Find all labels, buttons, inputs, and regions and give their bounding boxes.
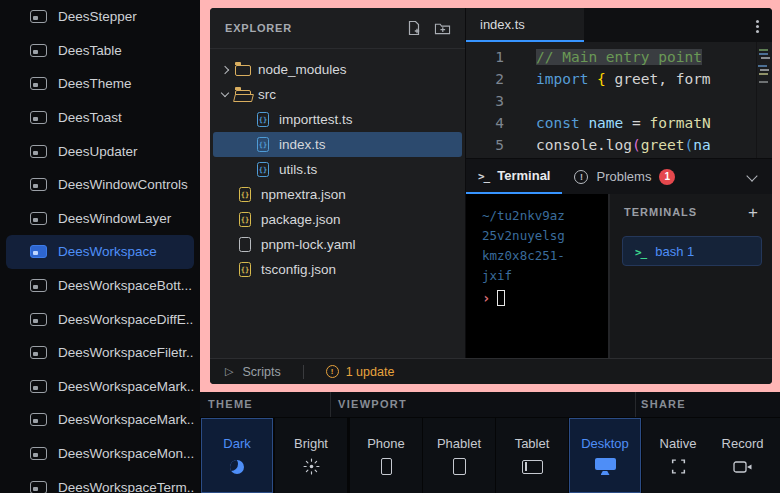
component-icon xyxy=(30,145,47,158)
sidebar-item-dees-windowlayer[interactable]: DeesWindowLayer xyxy=(6,202,194,236)
sidebar-item-dees-workspacemonaco[interactable]: DeesWorkspaceMon... xyxy=(6,437,194,471)
tree-item-index-ts[interactable]: index.ts xyxy=(213,132,462,157)
viewport-native-button[interactable]: Native xyxy=(642,418,714,493)
divider xyxy=(635,392,636,417)
minimap[interactable] xyxy=(756,42,772,158)
share-record-button[interactable]: Record xyxy=(705,418,780,493)
chevron-down-icon[interactable] xyxy=(746,170,757,181)
sidebar-item-label: DeesWorkspaceDiffE... xyxy=(58,312,194,327)
sidebar-item-label: DeesWindowControls xyxy=(58,177,188,192)
viewport-desktop-button[interactable]: Desktop xyxy=(569,418,641,493)
line-number: 4 xyxy=(466,112,510,134)
terminal-icon xyxy=(635,242,646,260)
sidebar-item-dees-workspace[interactable]: DeesWorkspace xyxy=(6,235,194,269)
sidebar-item-label: DeesUpdater xyxy=(58,144,138,159)
new-folder-icon[interactable] xyxy=(434,21,451,36)
sidebar-item-label: DeesStepper xyxy=(58,9,137,24)
component-icon xyxy=(30,413,47,426)
tree-item-importtest-ts[interactable]: importtest.ts xyxy=(210,107,465,132)
sidebar-item-dees-workspacefiletree[interactable]: DeesWorkspaceFiletr... xyxy=(6,336,194,370)
code-editor[interactable]: 1// Main entry point 2import { greet, fo… xyxy=(466,42,772,158)
scripts-button[interactable]: Scripts xyxy=(242,365,280,379)
tree-item-npmextra-json[interactable]: npmextra.json xyxy=(210,182,465,207)
sidebar-item-dees-workspaceterminal[interactable]: DeesWorkspaceTerm... xyxy=(6,470,194,493)
component-icon xyxy=(30,380,47,393)
tree-item-utils-ts[interactable]: utils.ts xyxy=(210,157,465,182)
new-file-icon[interactable] xyxy=(406,20,422,36)
workspace-panel: EXPLORER node_modules src importtest.ts … xyxy=(210,8,772,384)
explorer-title: EXPLORER xyxy=(225,22,406,34)
sidebar-item-dees-theme[interactable]: DeesTheme xyxy=(6,67,194,101)
tree-item-src[interactable]: src xyxy=(210,82,465,107)
sidebar-item-label: DeesToast xyxy=(58,110,122,125)
terminal-line: ~/tu2nkv9az xyxy=(482,206,608,226)
component-icon xyxy=(30,178,47,191)
explorer-header: EXPLORER xyxy=(210,8,465,49)
sidebar-item-dees-workspacemark-1[interactable]: DeesWorkspaceMark... xyxy=(6,370,194,404)
prompt-chevron: › xyxy=(482,288,490,308)
terminal-output[interactable]: ~/tu2nkv9az 25v2nuyelsg kmz0x8c251- jxif… xyxy=(466,194,608,358)
button-label: Phablet xyxy=(437,436,481,451)
line-number: 2 xyxy=(466,68,510,90)
sidebar-item-dees-stepper[interactable]: DeesStepper xyxy=(6,0,194,34)
component-icon xyxy=(30,279,47,292)
moon-icon xyxy=(230,460,244,474)
tab-index-ts[interactable]: index.ts xyxy=(466,8,584,42)
kebab-menu-icon[interactable] xyxy=(756,25,759,28)
workspace-statusbar: ▷ Scripts !1 update xyxy=(210,358,772,384)
code-token: greet, form xyxy=(606,71,711,87)
tree-item-node-modules[interactable]: node_modules xyxy=(210,57,465,82)
code-token: ( xyxy=(632,137,641,153)
tree-item-label: package.json xyxy=(261,212,341,227)
terminal-icon xyxy=(478,168,489,183)
tab-terminal[interactable]: Terminal xyxy=(466,159,562,194)
button-label: Tablet xyxy=(515,436,550,451)
sidebar-item-label: DeesWorkspaceMark... xyxy=(58,412,194,427)
desktop-icon xyxy=(595,458,616,470)
tree-item-label: utils.ts xyxy=(279,162,317,177)
tab-label: index.ts xyxy=(480,17,525,32)
update-indicator[interactable]: !1 update xyxy=(326,365,395,379)
file-icon xyxy=(239,237,251,252)
sidebar-item-dees-workspacemark-2[interactable]: DeesWorkspaceMark... xyxy=(6,403,194,437)
tree-item-package-json[interactable]: package.json xyxy=(210,207,465,232)
section-label-viewport: VIEWPORT xyxy=(338,398,407,410)
line-number: 5 xyxy=(466,134,510,156)
component-icon xyxy=(30,346,47,359)
json-file-icon xyxy=(239,212,251,227)
sidebar-item-label: DeesWorkspaceMon... xyxy=(58,446,194,461)
code-token: import xyxy=(536,71,597,87)
sidebar-item-dees-workspacebottombar[interactable]: DeesWorkspaceBott... xyxy=(6,269,194,303)
component-icon xyxy=(30,111,47,124)
terminal-line: kmz0x8c251- xyxy=(482,246,608,266)
sidebar-item-dees-table[interactable]: DeesTable xyxy=(6,34,194,68)
chevron-down-icon xyxy=(221,89,229,97)
phablet-icon xyxy=(453,458,466,475)
tree-item-label: index.ts xyxy=(279,137,326,152)
plus-icon[interactable]: + xyxy=(748,204,758,221)
record-video-icon xyxy=(733,460,753,474)
sidebar-item-dees-updater[interactable]: DeesUpdater xyxy=(6,134,194,168)
component-icon xyxy=(30,10,47,23)
folder-open-icon xyxy=(235,90,251,101)
editor-area: index.ts 1// Main entry point 2import { … xyxy=(466,8,772,358)
sidebar-item-dees-workspacediffeditor[interactable]: DeesWorkspaceDiffE... xyxy=(6,302,194,336)
tree-item-pnpm-lock-yaml[interactable]: pnpm-lock.yaml xyxy=(210,232,465,257)
section-label-share: SHARE xyxy=(641,398,686,410)
sidebar-item-dees-windowcontrols[interactable]: DeesWindowControls xyxy=(6,168,194,202)
code-token: console.log xyxy=(536,137,632,153)
play-outline-icon: ▷ xyxy=(225,365,233,378)
sidebar-item-label: DeesTheme xyxy=(58,76,132,91)
viewport-phablet-button[interactable]: Phablet xyxy=(423,418,495,493)
theme-bright-button[interactable]: Bright xyxy=(275,418,347,493)
preview-frame: EXPLORER node_modules src importtest.ts … xyxy=(200,0,780,392)
viewport-phone-button[interactable]: Phone xyxy=(350,418,422,493)
theme-dark-button[interactable]: Dark xyxy=(201,418,273,493)
component-icon xyxy=(30,77,47,90)
terminal-session-bash-1[interactable]: bash 1 xyxy=(622,236,762,266)
tab-problems[interactable]: !Problems1 xyxy=(562,159,687,194)
viewport-tablet-button[interactable]: Tablet xyxy=(496,418,568,493)
sidebar-item-dees-toast[interactable]: DeesToast xyxy=(6,101,194,135)
tree-item-tsconfig-json[interactable]: tsconfig.json xyxy=(210,257,465,282)
json-file-icon xyxy=(239,262,251,277)
